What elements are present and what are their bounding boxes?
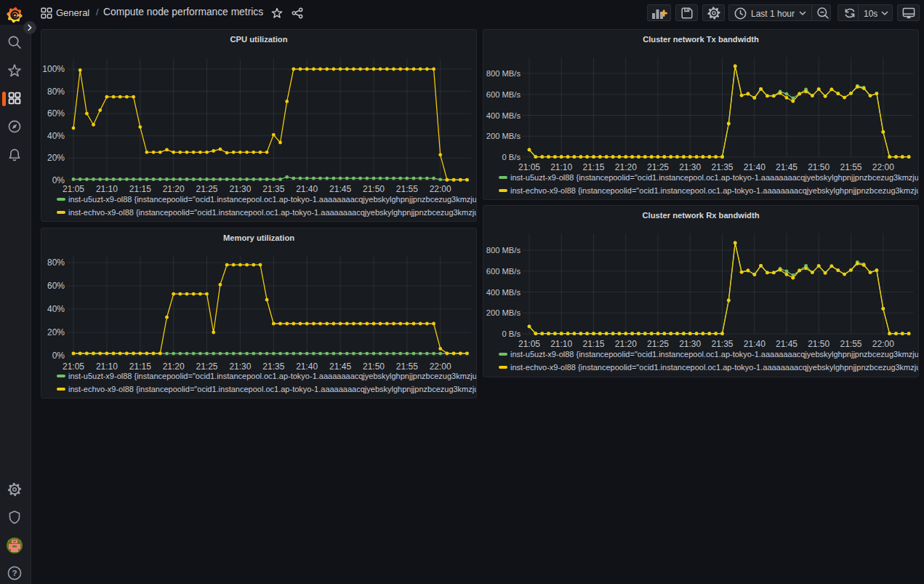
svg-text:21:50: 21:50 bbox=[363, 361, 385, 372]
svg-text:60%: 60% bbox=[47, 281, 65, 291]
svg-text:21:50: 21:50 bbox=[808, 162, 829, 172]
svg-text:21:15: 21:15 bbox=[129, 184, 151, 194]
svg-text:inst-u5uzt-x9-ol88 {instancepo: inst-u5uzt-x9-ol88 {instancepoolid="ocid… bbox=[510, 173, 918, 182]
svg-text:0 B/s: 0 B/s bbox=[502, 153, 521, 161]
svg-text:21:10: 21:10 bbox=[96, 184, 118, 194]
svg-text:21:45: 21:45 bbox=[776, 162, 798, 172]
svg-text:21:25: 21:25 bbox=[196, 184, 217, 194]
svg-text:21:45: 21:45 bbox=[329, 184, 351, 194]
svg-text:21:55: 21:55 bbox=[396, 184, 418, 194]
svg-text:21:50: 21:50 bbox=[363, 184, 385, 194]
svg-text:21:10: 21:10 bbox=[550, 339, 572, 349]
svg-text:21:30: 21:30 bbox=[679, 162, 701, 172]
svg-text:21:35: 21:35 bbox=[262, 184, 284, 194]
svg-text:21:40: 21:40 bbox=[296, 361, 318, 372]
svg-text:21:55: 21:55 bbox=[396, 361, 418, 372]
svg-text:21:05: 21:05 bbox=[63, 184, 84, 194]
svg-text:inst-u5uzt-x9-ol88 {instancepo: inst-u5uzt-x9-ol88 {instancepoolid="ocid… bbox=[510, 350, 918, 359]
svg-text:20%: 20% bbox=[47, 327, 65, 337]
svg-text:40%: 40% bbox=[47, 131, 65, 141]
svg-text:21:15: 21:15 bbox=[582, 162, 604, 172]
svg-text:600 MB/s: 600 MB/s bbox=[486, 90, 521, 99]
svg-text:21:20: 21:20 bbox=[163, 184, 185, 194]
svg-text:21:15: 21:15 bbox=[582, 339, 604, 349]
svg-text:20%: 20% bbox=[47, 153, 65, 163]
svg-text:inst-echvo-x9-ol88 {instancepo: inst-echvo-x9-ol88 {instancepoolid="ocid… bbox=[510, 186, 918, 195]
svg-text:21:05: 21:05 bbox=[518, 162, 540, 172]
svg-text:800 MB/s: 800 MB/s bbox=[486, 69, 521, 78]
svg-text:21:20: 21:20 bbox=[615, 339, 637, 349]
svg-text:inst-u5uzt-x9-ol88 {instancepo: inst-u5uzt-x9-ol88 {instancepoolid="ocid… bbox=[68, 372, 476, 380]
svg-text:21:45: 21:45 bbox=[776, 339, 798, 349]
svg-text:100%: 100% bbox=[42, 64, 65, 74]
svg-text:800 MB/s: 800 MB/s bbox=[486, 246, 521, 255]
svg-text:400 MB/s: 400 MB/s bbox=[486, 288, 521, 297]
svg-text:21:55: 21:55 bbox=[840, 162, 861, 172]
svg-text:inst-echvo-x9-ol88 {instancepo: inst-echvo-x9-ol88 {instancepoolid="ocid… bbox=[68, 208, 476, 217]
svg-text:22:00: 22:00 bbox=[872, 339, 894, 349]
svg-text:21:35: 21:35 bbox=[262, 361, 284, 372]
svg-text:21:25: 21:25 bbox=[647, 339, 669, 349]
svg-text:21:30: 21:30 bbox=[679, 339, 701, 349]
svg-text:inst-echvo-x9-ol88 {instancepo: inst-echvo-x9-ol88 {instancepoolid="ocid… bbox=[510, 363, 918, 372]
svg-text:21:10: 21:10 bbox=[96, 361, 118, 372]
svg-text:21:30: 21:30 bbox=[229, 184, 251, 194]
svg-text:21:30: 21:30 bbox=[229, 361, 251, 372]
svg-text:21:20: 21:20 bbox=[163, 361, 185, 372]
svg-text:21:50: 21:50 bbox=[808, 339, 829, 349]
svg-text:inst-u5uzt-x9-ol88 {instancepo: inst-u5uzt-x9-ol88 {instancepoolid="ocid… bbox=[68, 195, 476, 204]
svg-text:21:45: 21:45 bbox=[329, 361, 351, 372]
svg-text:40%: 40% bbox=[47, 304, 65, 314]
svg-text:22:00: 22:00 bbox=[430, 184, 451, 194]
svg-text:200 MB/s: 200 MB/s bbox=[486, 132, 521, 140]
svg-text:21:55: 21:55 bbox=[840, 339, 861, 349]
svg-text:21:20: 21:20 bbox=[615, 162, 637, 172]
svg-text:21:10: 21:10 bbox=[550, 162, 572, 172]
svg-text:0 B/s: 0 B/s bbox=[502, 329, 521, 338]
svg-text:80%: 80% bbox=[47, 87, 65, 97]
svg-text:21:35: 21:35 bbox=[711, 339, 733, 349]
svg-text:22:00: 22:00 bbox=[430, 361, 451, 372]
svg-text:60%: 60% bbox=[47, 108, 65, 119]
svg-text:80%: 80% bbox=[47, 257, 65, 268]
svg-text:21:05: 21:05 bbox=[518, 339, 540, 349]
svg-text:0%: 0% bbox=[52, 351, 65, 361]
svg-text:21:40: 21:40 bbox=[296, 184, 318, 194]
svg-text:21:40: 21:40 bbox=[744, 339, 766, 349]
svg-text:22:00: 22:00 bbox=[872, 162, 894, 172]
svg-text:200 MB/s: 200 MB/s bbox=[486, 308, 521, 317]
svg-text:400 MB/s: 400 MB/s bbox=[486, 111, 521, 120]
svg-text:?: ? bbox=[12, 569, 17, 577]
svg-text:21:35: 21:35 bbox=[711, 162, 733, 172]
svg-text:600 MB/s: 600 MB/s bbox=[486, 267, 521, 276]
svg-text:inst-echvo-x9-ol88 {instancepo: inst-echvo-x9-ol88 {instancepoolid="ocid… bbox=[68, 385, 476, 393]
svg-text:21:25: 21:25 bbox=[196, 361, 217, 372]
svg-text:21:40: 21:40 bbox=[744, 162, 766, 172]
svg-text:21:05: 21:05 bbox=[63, 361, 84, 372]
svg-text:21:25: 21:25 bbox=[647, 162, 669, 172]
svg-text:21:15: 21:15 bbox=[129, 361, 151, 372]
